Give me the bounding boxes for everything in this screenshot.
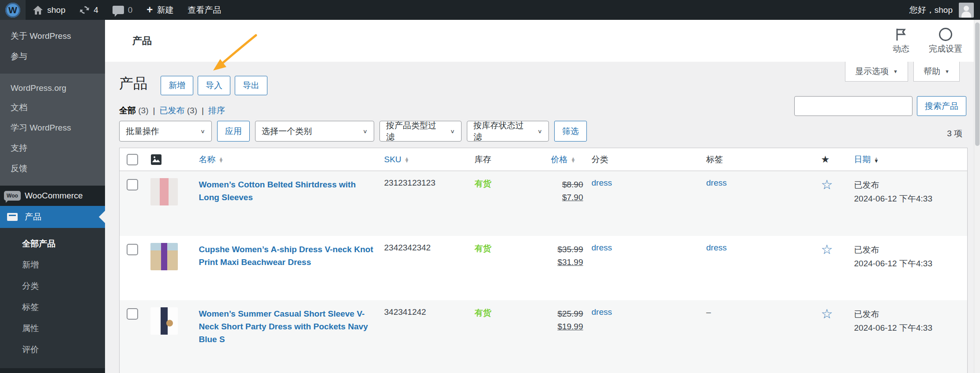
- home-icon: [33, 5, 43, 15]
- search-input[interactable]: [794, 96, 912, 116]
- chevron-down-icon: ▼: [893, 69, 898, 74]
- filter-button[interactable]: 筛选: [554, 121, 587, 142]
- product-thumbnail[interactable]: [150, 307, 178, 335]
- price-new: $31.99: [557, 257, 583, 267]
- activity-label: 动态: [893, 43, 909, 55]
- comments-link[interactable]: 0: [105, 0, 140, 20]
- screen-options-tab[interactable]: 显示选项 ▼: [845, 62, 908, 82]
- menu-feedback[interactable]: 反馈: [0, 158, 105, 179]
- tag-empty: –: [706, 307, 711, 317]
- featured-star-toggle[interactable]: ☆: [821, 306, 833, 321]
- featured-star-toggle[interactable]: ☆: [821, 177, 833, 192]
- publish-status: 已发布: [854, 180, 879, 190]
- sort-by-date[interactable]: 日期: [854, 155, 871, 164]
- flag-icon: [895, 28, 907, 41]
- admin-sidebar: 关于 WordPress 参与 WordPress.org 文档 学习 Word…: [0, 20, 105, 373]
- menu-wordpress-org[interactable]: WordPress.org: [0, 79, 105, 97]
- price-new: $7.90: [562, 193, 583, 202]
- view-published[interactable]: 已发布 (3): [159, 105, 197, 116]
- row-checkbox[interactable]: [127, 308, 138, 320]
- product-type-filter-select[interactable]: 按产品类型过滤∨: [379, 121, 462, 142]
- column-stock: 库存: [475, 155, 492, 164]
- publish-date: 2024-06-12 下午4:33: [854, 194, 932, 203]
- menu-about-wordpress[interactable]: 关于 WordPress: [0, 26, 105, 46]
- tag-link[interactable]: dress: [706, 243, 727, 252]
- search-area: 搜索产品: [794, 96, 966, 116]
- sort-arrows-icon: ▲▼: [874, 157, 879, 163]
- sidebar-item-payments[interactable]: $ 支付 1: [0, 368, 105, 373]
- submenu-tags[interactable]: 标签: [0, 297, 105, 318]
- import-button[interactable]: 导入: [198, 76, 230, 95]
- chevron-down-icon: ∨: [363, 128, 368, 134]
- sort-by-sku[interactable]: SKU: [384, 155, 402, 164]
- product-thumbnail[interactable]: [150, 243, 178, 270]
- product-name-link[interactable]: Women’s Summer Casual Short Sleeve V-Nec…: [199, 307, 375, 346]
- products-table: 名称▲▼ SKU▲▼ 库存 价格▲▼ 分类 标签 ★ 日期▲▼ Women’s …: [119, 148, 968, 373]
- plus-icon: +: [146, 4, 153, 15]
- setup-progress-icon: [939, 28, 952, 41]
- product-thumbnail[interactable]: [150, 178, 178, 205]
- account-greeting[interactable]: 您好，shop: [909, 4, 953, 16]
- tag-link[interactable]: dress: [706, 178, 727, 187]
- help-tab[interactable]: 帮助 ▼: [913, 62, 960, 82]
- view-sorting[interactable]: 排序: [208, 105, 225, 116]
- price-old: $25.99: [557, 309, 583, 318]
- filters-bar: 批量操作∨ 应用 选择一个类别∨ 按产品类型过滤∨ 按库存状态过滤∨ 筛选: [119, 121, 587, 142]
- sort-by-name[interactable]: 名称: [199, 155, 216, 164]
- publish-date: 2024-06-12 下午4:33: [854, 323, 932, 332]
- sort-arrows-icon: ▲▼: [219, 157, 224, 163]
- product-name-link[interactable]: Women’s Cotton Belted Shirtdress with Lo…: [199, 178, 375, 204]
- submenu-all-products[interactable]: 全部产品: [0, 233, 105, 254]
- updates-icon: [79, 5, 90, 15]
- chevron-down-icon: ∨: [200, 128, 205, 134]
- finish-setup-button[interactable]: 完成设置: [929, 28, 962, 55]
- category-link[interactable]: dress: [592, 307, 612, 317]
- export-button[interactable]: 导出: [235, 76, 267, 95]
- submenu-add-new[interactable]: 新增: [0, 254, 105, 276]
- featured-star-toggle[interactable]: ☆: [821, 242, 833, 257]
- finish-setup-label: 完成设置: [929, 43, 962, 55]
- updates-link[interactable]: 4: [72, 0, 105, 20]
- update-count: 4: [94, 5, 98, 15]
- comments-icon: [113, 6, 124, 14]
- menu-support[interactable]: 支持: [0, 138, 105, 158]
- row-checkbox[interactable]: [127, 179, 138, 190]
- menu-learn-wordpress[interactable]: 学习 WordPress: [0, 118, 105, 138]
- avatar[interactable]: [959, 3, 974, 18]
- search-products-button[interactable]: 搜索产品: [917, 96, 966, 116]
- site-name-link[interactable]: shop: [26, 0, 72, 20]
- category-filter-select[interactable]: 选择一个类别∨: [255, 121, 374, 142]
- wordpress-logo-menu[interactable]: W: [0, 0, 26, 20]
- stock-status-filter-select[interactable]: 按库存状态过滤∨: [467, 121, 549, 142]
- products-label: 产品: [25, 211, 41, 223]
- view-all[interactable]: 全部 (3): [119, 105, 149, 116]
- row-checkbox[interactable]: [127, 244, 138, 255]
- item-count: 3 项: [947, 128, 962, 139]
- product-name-link[interactable]: Cupshe Women’s A-ship Dress V-neck Knot …: [199, 243, 375, 269]
- apply-button[interactable]: 应用: [217, 121, 250, 142]
- wordpress-admin-page: W shop 4 0 + 新建 查看产品 您好，shop: [0, 0, 980, 373]
- menu-get-involved[interactable]: 参与: [0, 46, 105, 67]
- sort-by-price[interactable]: 价格: [551, 155, 568, 164]
- category-link[interactable]: dress: [592, 178, 612, 187]
- add-new-button[interactable]: 新增: [161, 76, 193, 95]
- submenu-reviews[interactable]: 评价: [0, 339, 105, 360]
- scrollbar-thumb[interactable]: [975, 22, 980, 146]
- products-box-icon: [6, 213, 19, 221]
- category-link[interactable]: dress: [592, 243, 612, 252]
- new-content-menu[interactable]: + 新建: [139, 0, 180, 20]
- view-product-link[interactable]: 查看产品: [180, 0, 228, 20]
- select-all-checkbox[interactable]: [127, 154, 138, 165]
- menu-documentation[interactable]: 文档: [0, 97, 105, 118]
- price-new: $19.99: [557, 322, 583, 331]
- submenu-attributes[interactable]: 属性: [0, 318, 105, 339]
- bulk-actions-select[interactable]: 批量操作∨: [119, 121, 212, 142]
- sidebar-item-products[interactable]: 产品: [0, 206, 105, 228]
- browser-scrollbar[interactable]: [974, 20, 980, 373]
- chevron-down-icon: ∨: [537, 128, 542, 134]
- activity-button[interactable]: 动态: [893, 28, 909, 55]
- new-content-label: 新建: [157, 4, 173, 16]
- site-name-label: shop: [47, 5, 65, 15]
- sidebar-item-woocommerce[interactable]: Woo WooCommerce: [0, 186, 105, 206]
- submenu-categories[interactable]: 分类: [0, 276, 105, 297]
